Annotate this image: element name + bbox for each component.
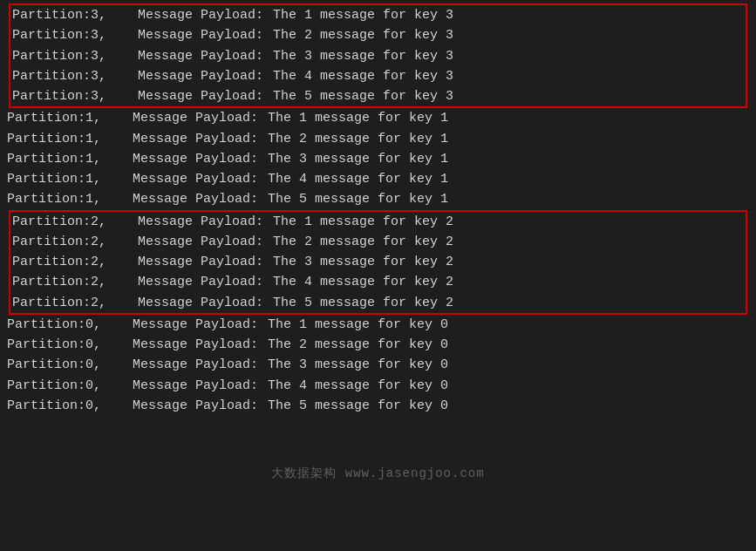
- message-label: Message Payload:: [133, 108, 268, 128]
- group-partition3: Partition:3, Message Payload: The 1 mess…: [9, 3, 747, 108]
- message-label: Message Payload:: [133, 169, 268, 189]
- message-payload: The 1 message for key 0: [268, 315, 448, 335]
- message-label: Message Payload:: [138, 293, 273, 313]
- message-label: Message Payload:: [133, 355, 268, 375]
- partition-label: Partition:3,: [12, 66, 138, 86]
- log-line: Partition:3, Message Payload: The 3 mess…: [12, 46, 744, 66]
- partition-label: Partition:3,: [12, 25, 138, 45]
- message-label: Message Payload:: [138, 46, 273, 66]
- partition-label: Partition:2,: [12, 212, 138, 232]
- message-label: Message Payload:: [133, 149, 268, 169]
- message-label: Message Payload:: [138, 252, 273, 272]
- group-partition0: Partition:0, Message Payload: The 1 mess…: [7, 315, 749, 416]
- log-line: Partition:1, Message Payload: The 5 mess…: [7, 189, 749, 209]
- log-line: Partition:1, Message Payload: The 3 mess…: [7, 149, 749, 169]
- group-partition2: Partition:2, Message Payload: The 1 mess…: [9, 210, 747, 315]
- message-payload: The 2 message for key 2: [273, 232, 453, 252]
- log-line: Partition:0, Message Payload: The 2 mess…: [7, 335, 749, 355]
- partition-label: Partition:2,: [12, 252, 138, 272]
- partition-label: Partition:1,: [7, 108, 133, 128]
- log-line: Partition:3, Message Payload: The 5 mess…: [12, 86, 744, 106]
- message-payload: The 5 message for key 1: [268, 189, 448, 209]
- log-line: Partition:2, Message Payload: The 3 mess…: [12, 252, 744, 272]
- message-label: Message Payload:: [133, 129, 268, 149]
- watermark-text: 大数据架构 www.jasengjoo.com: [271, 466, 484, 481]
- log-line: Partition:2, Message Payload: The 5 mess…: [12, 293, 744, 313]
- log-line: Partition:1, Message Payload: The 2 mess…: [7, 129, 749, 149]
- partition-label: Partition:1,: [7, 149, 133, 169]
- message-label: Message Payload:: [138, 25, 273, 45]
- message-label: Message Payload:: [138, 212, 273, 232]
- partition-label: Partition:3,: [12, 86, 138, 106]
- partition-label: Partition:0,: [7, 335, 133, 355]
- message-label: Message Payload:: [133, 315, 268, 335]
- message-payload: The 5 message for key 2: [273, 293, 453, 313]
- log-line: Partition:1, Message Payload: The 1 mess…: [7, 108, 749, 128]
- message-payload: The 2 message for key 1: [268, 129, 448, 149]
- message-label: Message Payload:: [138, 232, 273, 252]
- message-payload: The 1 message for key 1: [268, 108, 448, 128]
- partition-label: Partition:0,: [7, 376, 133, 396]
- partition-label: Partition:1,: [7, 169, 133, 189]
- terminal-output: Partition:3, Message Payload: The 1 mess…: [0, 0, 756, 419]
- partition-label: Partition:0,: [7, 355, 133, 375]
- partition-label: Partition:2,: [12, 232, 138, 252]
- partition-label: Partition:1,: [7, 129, 133, 149]
- partition-label: Partition:3,: [12, 46, 138, 66]
- message-label: Message Payload:: [133, 189, 268, 209]
- log-line: Partition:3, Message Payload: The 1 mess…: [12, 5, 744, 25]
- partition-label: Partition:3,: [12, 5, 138, 25]
- log-line: Partition:3, Message Payload: The 2 mess…: [12, 25, 744, 45]
- message-label: Message Payload:: [138, 86, 273, 106]
- group-partition1: Partition:1, Message Payload: The 1 mess…: [7, 108, 749, 209]
- message-label: Message Payload:: [133, 335, 268, 355]
- log-line: Partition:3, Message Payload: The 4 mess…: [12, 66, 744, 86]
- log-line: Partition:2, Message Payload: The 2 mess…: [12, 232, 744, 252]
- message-payload: The 2 message for key 3: [273, 25, 453, 45]
- log-line: Partition:0, Message Payload: The 3 mess…: [7, 355, 749, 375]
- message-label: Message Payload:: [138, 66, 273, 86]
- message-payload: The 2 message for key 0: [268, 335, 448, 355]
- message-payload: The 4 message for key 1: [268, 169, 448, 189]
- message-payload: The 1 message for key 2: [273, 212, 453, 232]
- message-payload: The 4 message for key 3: [273, 66, 453, 86]
- message-label: Message Payload:: [133, 396, 268, 416]
- log-line: Partition:2, Message Payload: The 1 mess…: [12, 212, 744, 232]
- log-line: Partition:0, Message Payload: The 4 mess…: [7, 376, 749, 396]
- partition-label: Partition:2,: [12, 272, 138, 292]
- log-line: Partition:2, Message Payload: The 4 mess…: [12, 272, 744, 292]
- log-line: Partition:0, Message Payload: The 5 mess…: [7, 396, 749, 416]
- log-line: Partition:0, Message Payload: The 1 mess…: [7, 315, 749, 335]
- partition-label: Partition:0,: [7, 396, 133, 416]
- log-line: Partition:1, Message Payload: The 4 mess…: [7, 169, 749, 189]
- partition-label: Partition:0,: [7, 315, 133, 335]
- message-label: Message Payload:: [133, 376, 268, 396]
- message-payload: The 5 message for key 3: [273, 86, 453, 106]
- partition-label: Partition:2,: [12, 293, 138, 313]
- message-payload: The 4 message for key 0: [268, 376, 448, 396]
- message-payload: The 1 message for key 3: [273, 5, 453, 25]
- partition-label: Partition:1,: [7, 189, 133, 209]
- message-payload: The 3 message for key 1: [268, 149, 448, 169]
- message-label: Message Payload:: [138, 272, 273, 292]
- message-payload: The 5 message for key 0: [268, 396, 448, 416]
- message-label: Message Payload:: [138, 5, 273, 25]
- message-payload: The 4 message for key 2: [273, 272, 453, 292]
- message-payload: The 3 message for key 2: [273, 252, 453, 272]
- message-payload: The 3 message for key 3: [273, 46, 453, 66]
- message-payload: The 3 message for key 0: [268, 355, 448, 375]
